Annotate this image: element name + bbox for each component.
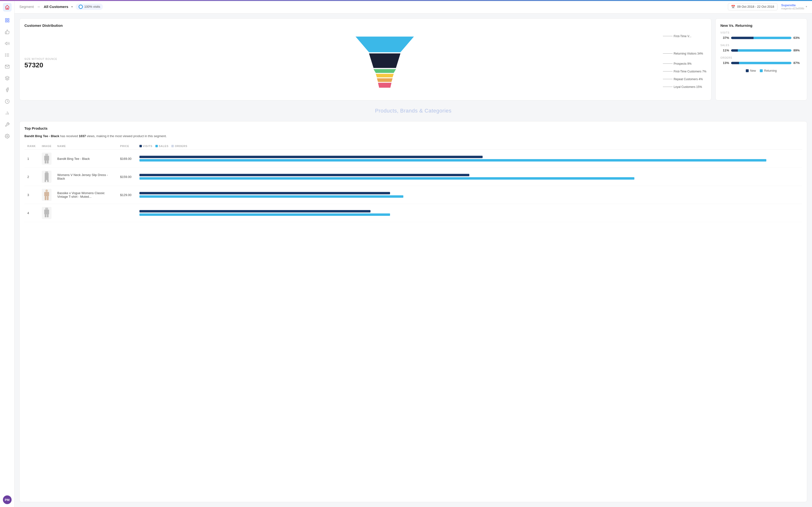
funnel-label-returning: Returning Visitors 34% [663, 52, 706, 55]
svg-marker-4 [5, 42, 7, 45]
th-visits-dot [140, 145, 142, 147]
sidebar-logo[interactable] [3, 3, 12, 12]
th-sales-dot [155, 145, 158, 147]
date-range-picker[interactable]: 📅 09 Oct 2018 - 22 Oct 2018 [728, 3, 777, 10]
svg-point-17 [6, 136, 8, 137]
nvr-orders-section: ORDERS 13% 87% [720, 56, 802, 65]
rank-cell: 4 [24, 204, 39, 222]
nvr-legend-returning: Returning [760, 69, 777, 72]
name-cell: Bassike x Vogue Womens Classic Vintage T… [54, 186, 117, 204]
svg-point-8 [5, 54, 6, 54]
top-product-views: 1037 [79, 134, 86, 138]
svg-marker-12 [5, 76, 9, 78]
bars-cell [137, 150, 802, 168]
svg-point-9 [5, 55, 6, 55]
funnel-area: First-Time V... Returning Visitors 34% P… [63, 32, 706, 95]
top-products-card: Top Products Bandit Bing Tee - Black has… [19, 121, 807, 502]
svg-point-10 [5, 56, 6, 56]
nvr-orders-returning-pct: 87% [794, 61, 802, 65]
section-divider: Products, Brands & Categories [19, 105, 807, 116]
nvr-legend-new-label: New [750, 69, 756, 72]
price-cell: $129.00 [117, 186, 137, 204]
product-img-svg [44, 171, 49, 182]
product-img-svg [43, 189, 50, 200]
rank-cell: 3 [24, 186, 39, 204]
segment-chevron-icon[interactable]: ▾ [71, 5, 73, 8]
table-row: 1 Bandit Bing Tee - Bl [24, 150, 802, 168]
image-cell [39, 204, 54, 222]
th-visits-label: VISITS [143, 145, 152, 148]
top-products-text-before: has received [60, 134, 79, 138]
account-selector[interactable]: Superette magento-d23e898b ▾ [781, 3, 807, 10]
svg-rect-26 [45, 161, 46, 163]
funnel-label-repeat: Repeat Customers 4% [663, 77, 706, 81]
avatar[interactable]: PM [3, 495, 12, 504]
nvr-visits-section: VISITS 37% 63% [720, 32, 802, 40]
svg-rect-25 [44, 156, 49, 161]
sidebar-item-barchart[interactable] [2, 108, 12, 118]
nvr-visits-bar-row: 37% 63% [720, 36, 802, 40]
dist-left-panel: SIZE WITHOUT BOUNCE 57320 [24, 58, 58, 69]
visits-circle-icon [79, 5, 83, 9]
nvr-orders-new-bar [731, 62, 739, 64]
th-orders-dot [171, 145, 174, 147]
size-label: SIZE WITHOUT BOUNCE [24, 58, 58, 60]
nvr-orders-new-pct: 13% [720, 61, 729, 65]
product-img-svg [43, 208, 50, 218]
image-cell [39, 168, 54, 186]
cards-row: Customer Distribution SIZE WITHOUT BOUNC… [19, 18, 807, 101]
sidebar-item-mail[interactable] [2, 62, 12, 71]
nvr-visits-new-bar [731, 37, 754, 39]
sidebar-item-thumbsup[interactable] [2, 27, 12, 37]
nvr-visits-track [731, 37, 792, 39]
svg-rect-27 [47, 161, 49, 163]
sidebar-item-megaphone[interactable] [2, 39, 12, 48]
dist-content: SIZE WITHOUT BOUNCE 57320 [24, 32, 706, 95]
nvr-sales-new-bar [731, 49, 738, 52]
svg-rect-34 [45, 208, 48, 210]
nvr-sales-returning-bar [738, 49, 792, 52]
price-cell: $159.00 [117, 168, 137, 186]
product-image [42, 189, 51, 201]
svg-rect-33 [47, 196, 49, 200]
table-row: 3 Bassike x Vogue Wome [24, 186, 802, 204]
sidebar-item-list[interactable] [2, 50, 12, 60]
sidebar-item-clock[interactable] [2, 97, 12, 106]
nvr-orders-label: ORDERS [720, 56, 802, 59]
nvr-sales-new-pct: 11% [720, 49, 729, 52]
sidebar-item-layers[interactable] [2, 73, 12, 83]
bars-cell [137, 168, 802, 186]
sidebar-item-tool[interactable] [2, 120, 12, 129]
svg-marker-21 [376, 74, 394, 77]
segment-label: Segment [19, 5, 34, 9]
th-legend-sales: SALES [155, 145, 169, 148]
header: Segment – All Customers ▾ 100% visits 📅 … [14, 0, 812, 13]
nvr-sales-section: SALES 11% 89% [720, 44, 802, 52]
account-name: Superette [781, 3, 804, 7]
sidebar-item-dashboard[interactable] [2, 15, 12, 25]
svg-rect-0 [5, 18, 7, 20]
rank-cell: 1 [24, 150, 39, 168]
th-bars: VISITS SALES ORDERS [137, 143, 802, 150]
funnel-label-first-time-cust: First-Time Customers 7% [663, 70, 706, 73]
main-content: Segment – All Customers ▾ 100% visits 📅 … [14, 0, 812, 507]
nvr-legend-new: New [746, 69, 756, 72]
sidebar-item-facebook[interactable] [2, 85, 12, 95]
svg-rect-36 [45, 214, 46, 217]
svg-rect-3 [5, 21, 7, 22]
sidebar-item-settings[interactable] [2, 131, 12, 141]
nvr-visits-returning-pct: 63% [794, 36, 802, 40]
nvr-legend: New Returning [720, 69, 802, 72]
name-cell [54, 204, 117, 222]
svg-rect-32 [45, 196, 46, 200]
svg-marker-19 [369, 53, 400, 68]
svg-rect-24 [45, 154, 48, 156]
nvr-orders-bar-row: 13% 87% [720, 61, 802, 65]
bars-cell [137, 186, 802, 204]
nvr-visits-returning-bar [754, 37, 792, 39]
nvr-sales-label: SALES [720, 44, 802, 47]
top-products-text-after: views, making it the most viewed product… [87, 134, 167, 138]
calendar-icon: 📅 [731, 5, 735, 9]
svg-marker-20 [373, 69, 396, 73]
nvr-sales-returning-pct: 89% [794, 49, 802, 52]
